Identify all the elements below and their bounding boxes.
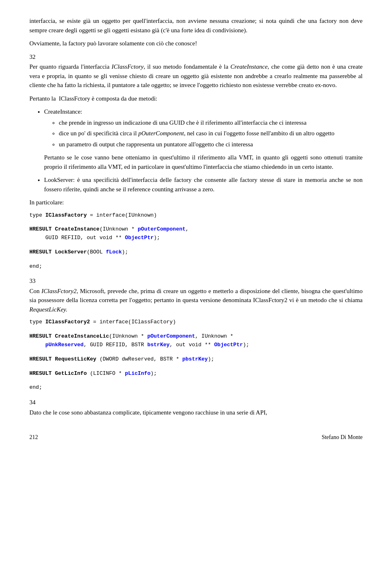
create-instance-sub-list: che prende in ingresso un indicazione di… [59, 118, 363, 149]
code-block-3: HRESULT LockServer(BOOL fLock); [29, 248, 363, 257]
con-label: Con [29, 288, 40, 294]
code-block-2: HRESULT CreateInstance(IUnknown * pOuter… [29, 225, 363, 242]
footer-author: Stefano Di Monte [322, 433, 363, 441]
footer: 212 Stefano Di Monte [29, 433, 363, 441]
section-32-number: 32 [29, 52, 363, 62]
code-block-end2: end; [29, 383, 363, 392]
section-33-paragraph: Con IClassFctory2, Microsoft, prevede ch… [29, 287, 363, 314]
footer-page-number: 212 [29, 433, 38, 441]
sub-item-2: dice un po' di specificità circa il pOut… [59, 129, 363, 138]
sub-item-3: un parametro di output che rappresenta u… [59, 140, 363, 149]
code-block-end1: end; [29, 262, 363, 271]
code-block-5: HRESULT CreateInstanceLic(IUnknown * pOu… [29, 332, 363, 350]
section-32-paragraph: Per quanto riguarda l'interfaccia IClass… [29, 62, 363, 90]
bullet-lookserver: LookServer: è una specificità dell'inter… [44, 175, 363, 194]
indented-paragraph: Pertanto se le cose vanno bene otteniamo… [44, 153, 363, 171]
in-particolare-label: In particolare: [29, 198, 363, 207]
section-33-number: 33 [29, 276, 363, 286]
bullet-create-instance: CreateInstance: che prende in ingresso u… [44, 107, 363, 149]
lookserver-list: LookServer: è una specificità dell'inter… [44, 175, 363, 194]
pertanto-label: Pertanto la IClassFctory è composta da d… [29, 94, 363, 103]
section-34-number: 34 [29, 398, 363, 407]
code-block-6: HRESULT RequestLicKey (DWORD dwReserved,… [29, 355, 363, 364]
code-block-7: HRESULT GetLicInfo (LICINFO * pLicInfo); [29, 370, 363, 378]
code-block-4: type IClassFactory2 = interface(IClassFa… [29, 318, 363, 327]
ovviamente-paragraph: Ovviamente, la factory può lavorare sola… [29, 39, 363, 48]
methods-list: CreateInstance: che prende in ingresso u… [44, 107, 363, 149]
intro-paragraph: interfaccia, se esiste già un oggetto pe… [29, 16, 363, 35]
section-34-paragraph: Dato che le cose sono abbastanza complic… [29, 408, 363, 417]
create-instance-label: CreateInstance: [44, 108, 82, 115]
sub-item-1: che prende in ingresso un indicazione di… [59, 118, 363, 128]
code-block-1: type IClassFactory = interface(IUnknown) [29, 211, 363, 220]
page: interfaccia, se esiste già un oggetto pe… [0, 0, 392, 454]
